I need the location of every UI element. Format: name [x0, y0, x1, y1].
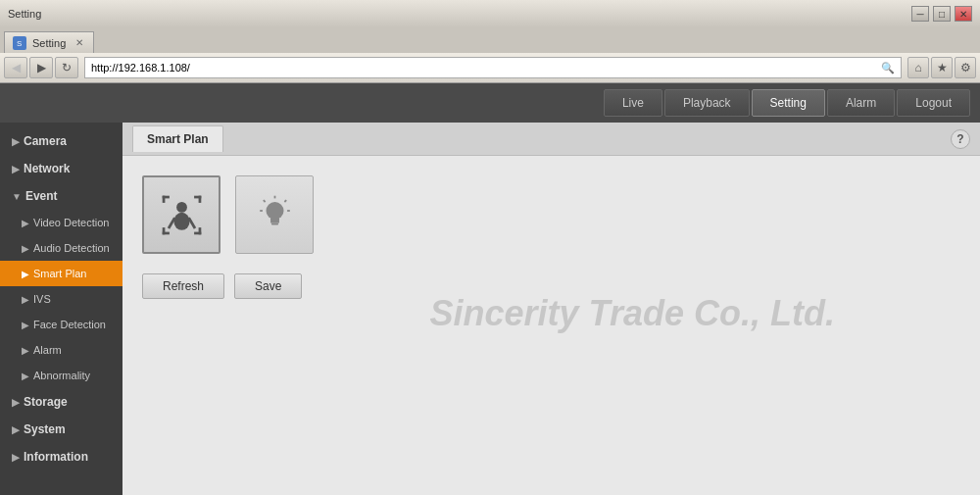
sidebar: ▶ Camera ▶ Network ▼ Event ▶ Video Detec… — [0, 123, 122, 495]
sidebar-item-alarm[interactable]: ▶ Alarm — [0, 337, 122, 363]
sidebar-item-smart-plan[interactable]: ▶ Smart Plan — [0, 261, 122, 286]
icon-cards — [142, 175, 960, 254]
sidebar-item-event[interactable]: ▼ Event — [0, 182, 122, 210]
svg-line-22 — [284, 200, 286, 202]
svg-text:S: S — [17, 39, 22, 48]
abnormality-label: Abnormality — [33, 370, 90, 381]
storage-label: Storage — [24, 395, 68, 409]
panel-content: Refresh Save — [122, 156, 980, 319]
action-buttons: Refresh Save — [142, 273, 960, 299]
setting-button[interactable]: Setting — [752, 89, 825, 117]
information-label: Information — [24, 450, 88, 464]
ivs-arrow-icon: ▶ — [22, 294, 29, 305]
nav-bar: ◀ ▶ ↻ 🔍 ⌂ ★ ⚙ — [0, 53, 980, 82]
home-button[interactable]: ⌂ — [907, 57, 929, 78]
person-detection-card[interactable] — [142, 175, 220, 254]
title-bar-text: Setting — [8, 8, 41, 20]
svg-rect-5 — [198, 195, 201, 202]
storage-arrow-icon: ▶ — [12, 397, 20, 408]
alarm-button[interactable]: Alarm — [827, 89, 895, 117]
refresh-button[interactable]: Refresh — [142, 273, 224, 299]
address-bar[interactable]: 🔍 — [84, 57, 902, 78]
title-bar: Setting ─ □ ✕ — [0, 0, 980, 27]
svg-rect-7 — [162, 227, 165, 234]
tools-button[interactable]: ⚙ — [955, 57, 976, 78]
network-label: Network — [24, 162, 70, 175]
maximize-button[interactable]: □ — [933, 6, 951, 22]
content-area: ▶ Camera ▶ Network ▼ Event ▶ Video Detec… — [0, 123, 980, 495]
sidebar-item-ivs[interactable]: ▶ IVS — [0, 286, 122, 312]
audio-detection-label: Audio Detection — [33, 242, 110, 254]
top-nav: Live Playback Setting Alarm Logout — [0, 83, 980, 123]
face-detection-label: Face Detection — [33, 319, 106, 330]
close-button[interactable]: ✕ — [955, 6, 972, 22]
network-arrow-icon: ▶ — [12, 164, 20, 174]
audio-arrow-icon: ▶ — [22, 243, 29, 254]
face-arrow-icon: ▶ — [22, 320, 29, 330]
svg-rect-16 — [270, 220, 279, 223]
tab-bar: S Setting ✕ — [0, 27, 980, 53]
refresh-button[interactable]: ↻ — [55, 57, 78, 78]
smart-plan-label: Smart Plan — [33, 268, 86, 279]
video-arrow-icon: ▶ — [22, 218, 29, 228]
sidebar-item-system[interactable]: ▶ System — [0, 416, 122, 443]
sidebar-item-face-detection[interactable]: ▶ Face Detection — [0, 312, 122, 337]
back-button[interactable]: ◀ — [4, 57, 27, 78]
video-detection-label: Video Detection — [33, 217, 109, 228]
event-arrow-icon: ▼ — [12, 191, 22, 202]
alarm-arrow-icon: ▶ — [22, 345, 29, 356]
panel-header: Smart Plan ? — [122, 123, 980, 156]
tab-close-icon[interactable]: ✕ — [75, 37, 83, 48]
sidebar-item-camera[interactable]: ▶ Camera — [0, 127, 122, 155]
svg-line-13 — [188, 218, 194, 228]
main-panel: Smart Plan ? — [122, 123, 980, 495]
save-button[interactable]: Save — [234, 273, 302, 299]
forward-button[interactable]: ▶ — [29, 57, 53, 78]
svg-point-10 — [176, 202, 187, 213]
camera-label: Camera — [24, 134, 67, 148]
sidebar-item-network[interactable]: ▶ Network — [0, 155, 122, 182]
tab-label: Setting — [32, 37, 66, 49]
svg-point-11 — [173, 212, 189, 229]
nav-right-buttons: ⌂ ★ ⚙ — [907, 57, 976, 78]
abnormality-arrow-icon: ▶ — [22, 371, 29, 381]
browser-tab[interactable]: S Setting ✕ — [4, 31, 94, 53]
information-arrow-icon: ▶ — [12, 452, 20, 463]
live-button[interactable]: Live — [604, 89, 662, 117]
svg-rect-17 — [270, 223, 277, 224]
playback-button[interactable]: Playback — [664, 89, 750, 117]
camera-arrow-icon: ▶ — [12, 136, 20, 147]
favorites-button[interactable]: ★ — [931, 57, 953, 78]
tab-favicon: S — [13, 36, 26, 50]
event-label: Event — [25, 189, 58, 203]
system-arrow-icon: ▶ — [12, 424, 20, 435]
logout-button[interactable]: Logout — [897, 89, 970, 117]
sidebar-item-storage[interactable]: ▶ Storage — [0, 388, 122, 416]
person-detection-icon — [160, 193, 204, 237]
sidebar-item-video-detection[interactable]: ▶ Video Detection — [0, 210, 122, 235]
svg-line-12 — [169, 218, 174, 228]
svg-line-21 — [263, 200, 265, 202]
svg-rect-3 — [162, 195, 165, 202]
title-bar-buttons: ─ □ ✕ — [911, 6, 972, 22]
svg-point-14 — [266, 202, 283, 220]
light-detection-icon — [253, 193, 297, 237]
app-container: Live Playback Setting Alarm Logout ▶ Cam… — [0, 83, 980, 495]
sidebar-item-audio-detection[interactable]: ▶ Audio Detection — [0, 235, 122, 261]
system-label: System — [24, 422, 66, 436]
svg-rect-9 — [198, 227, 201, 234]
ivs-label: IVS — [33, 293, 51, 305]
browser-chrome: Setting ─ □ ✕ S Setting ✕ ◀ ▶ ↻ 🔍 ⌂ ★ ⚙ — [0, 0, 980, 83]
minimize-button[interactable]: ─ — [911, 6, 929, 22]
smart-plan-tab[interactable]: Smart Plan — [132, 125, 223, 152]
light-detection-card[interactable] — [235, 175, 314, 254]
smart-plan-arrow-icon: ▶ — [22, 269, 29, 279]
help-button[interactable]: ? — [951, 129, 970, 149]
sidebar-item-information[interactable]: ▶ Information — [0, 443, 122, 470]
search-icon[interactable]: 🔍 — [881, 62, 895, 74]
alarm-label: Alarm — [33, 344, 62, 356]
address-input[interactable] — [91, 62, 881, 74]
sidebar-item-abnormality[interactable]: ▶ Abnormality — [0, 363, 122, 388]
